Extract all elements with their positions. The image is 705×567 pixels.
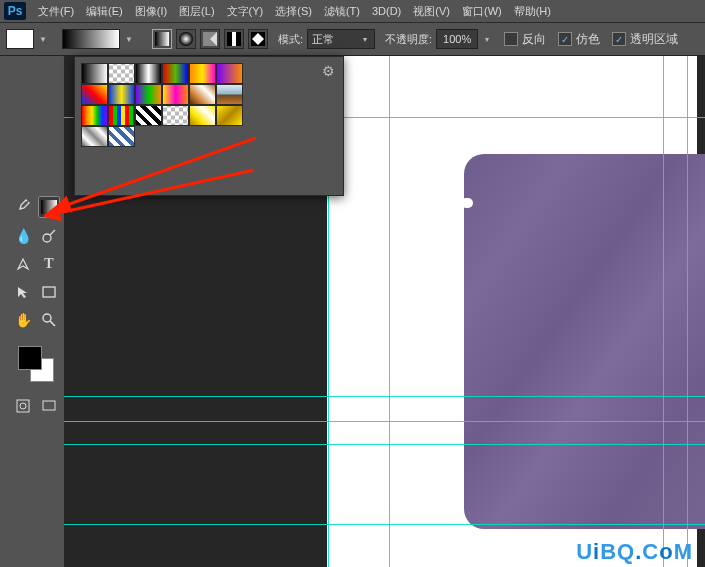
pouch-shape [464, 154, 705, 529]
guide-horizontal[interactable] [64, 444, 705, 445]
menu-layer[interactable]: 图层(L) [173, 4, 220, 19]
gradient-preset[interactable] [162, 63, 189, 84]
canvas[interactable]: ⚙ UiBQ.CoM [64, 56, 705, 567]
reverse-check-icon [504, 32, 518, 46]
gradient-preset[interactable] [108, 63, 135, 84]
gradient-type-reflected[interactable] [224, 29, 244, 49]
tools-panel: 💧 T ✋ [8, 56, 64, 567]
tool-preset-dropdown-icon[interactable]: ▼ [38, 30, 48, 48]
zoom-tool[interactable] [39, 310, 59, 330]
svg-rect-9 [43, 287, 55, 297]
gradient-type-angle[interactable] [200, 29, 220, 49]
gradient-preset[interactable] [216, 84, 243, 105]
quick-mask-button[interactable] [13, 396, 33, 416]
menu-edit[interactable]: 编辑(E) [80, 4, 129, 19]
svg-point-1 [179, 32, 193, 46]
guide-horizontal[interactable] [64, 396, 705, 397]
screen-mode-button[interactable] [39, 396, 59, 416]
gradient-type-linear[interactable] [152, 29, 172, 49]
transparency-check-icon: ✓ [612, 32, 626, 46]
left-dock [0, 56, 8, 567]
svg-rect-14 [43, 401, 55, 410]
svg-line-11 [50, 321, 55, 326]
gradient-preset[interactable] [216, 105, 243, 126]
guide-horizontal[interactable] [64, 524, 705, 525]
menu-bar: Ps 文件(F) 编辑(E) 图像(I) 图层(L) 文字(Y) 选择(S) 滤… [0, 0, 705, 23]
reverse-label: 反向 [522, 31, 546, 48]
guide-vertical[interactable] [687, 56, 688, 567]
menu-type[interactable]: 文字(Y) [221, 4, 270, 19]
svg-point-7 [43, 234, 51, 242]
menu-file[interactable]: 文件(F) [32, 4, 80, 19]
gradient-preset[interactable] [108, 84, 135, 105]
menu-image[interactable]: 图像(I) [129, 4, 173, 19]
svg-rect-12 [17, 400, 29, 412]
gradient-preset[interactable] [216, 63, 243, 84]
gradient-preset[interactable] [162, 105, 189, 126]
dodge-tool[interactable] [39, 226, 59, 246]
work-area: 💧 T ✋ ⚙ [0, 56, 705, 567]
dither-label: 仿色 [576, 31, 600, 48]
menu-filter[interactable]: 滤镜(T) [318, 4, 366, 19]
eyedropper-tool[interactable] [12, 196, 32, 216]
blur-tool[interactable]: 💧 [13, 226, 33, 246]
gradient-preset[interactable] [81, 105, 108, 126]
gradient-type-diamond[interactable] [248, 29, 268, 49]
gradient-preset[interactable] [135, 63, 162, 84]
guide-vertical[interactable] [663, 56, 664, 567]
gradient-type-radial[interactable] [176, 29, 196, 49]
gradient-preset[interactable] [108, 126, 135, 147]
preset-grid [81, 63, 309, 147]
gradient-preview[interactable] [62, 29, 120, 49]
app-logo: Ps [4, 2, 26, 20]
menu-select[interactable]: 选择(S) [269, 4, 318, 19]
tool-preset-button[interactable] [6, 29, 34, 49]
foreground-color[interactable] [18, 346, 42, 370]
svg-rect-4 [232, 32, 236, 46]
dither-check-icon: ✓ [558, 32, 572, 46]
gradient-preset[interactable] [81, 126, 108, 147]
guide-horizontal[interactable] [64, 421, 705, 422]
svg-rect-6 [41, 200, 57, 214]
gradient-preset[interactable] [162, 84, 189, 105]
svg-point-13 [20, 403, 26, 409]
gradient-preset[interactable] [189, 84, 216, 105]
gradient-preset-picker: ⚙ [74, 56, 344, 196]
mode-value: 正常 [312, 32, 334, 47]
gradient-preset[interactable] [81, 63, 108, 84]
opacity-dropdown-icon[interactable]: ▾ [482, 30, 492, 48]
gradient-picker-dropdown-icon[interactable]: ▼ [124, 30, 134, 48]
color-swatches[interactable] [18, 346, 54, 382]
type-tool[interactable]: T [39, 254, 59, 274]
gear-icon[interactable]: ⚙ [322, 63, 335, 79]
dither-checkbox[interactable]: ✓ 仿色 [558, 31, 600, 48]
reverse-checkbox[interactable]: 反向 [504, 31, 546, 48]
gradient-preset[interactable] [81, 84, 108, 105]
menu-help[interactable]: 帮助(H) [508, 4, 557, 19]
opacity-field[interactable]: 100% [436, 29, 478, 49]
gradient-preset[interactable] [135, 105, 162, 126]
svg-line-8 [50, 230, 55, 235]
gradient-preset[interactable] [189, 63, 216, 84]
mode-select[interactable]: 正常▾ [307, 29, 375, 49]
gradient-preset[interactable] [108, 105, 135, 126]
gradient-tool[interactable] [38, 196, 60, 218]
menu-view[interactable]: 视图(V) [407, 4, 456, 19]
watermark: UiBQ.CoM [576, 539, 693, 565]
path-selection-tool[interactable] [13, 282, 33, 302]
menu-window[interactable]: 窗口(W) [456, 4, 508, 19]
pen-tool[interactable] [13, 254, 33, 274]
menu-3d[interactable]: 3D(D) [366, 5, 407, 17]
guide-vertical[interactable] [389, 56, 390, 567]
gradient-preset[interactable] [135, 84, 162, 105]
hand-tool[interactable]: ✋ [13, 310, 33, 330]
mode-label: 模式: [278, 32, 303, 47]
svg-point-10 [43, 314, 51, 322]
transparency-checkbox[interactable]: ✓ 透明区域 [612, 31, 678, 48]
options-bar: ▼ ▼ 模式: 正常▾ 不透明度: 100% ▾ 反向 ✓ 仿色 ✓ 透明区域 [0, 23, 705, 56]
svg-rect-0 [155, 32, 169, 46]
rectangle-tool[interactable] [39, 282, 59, 302]
transparency-label: 透明区域 [630, 31, 678, 48]
opacity-label: 不透明度: [385, 32, 432, 47]
gradient-preset[interactable] [189, 105, 216, 126]
